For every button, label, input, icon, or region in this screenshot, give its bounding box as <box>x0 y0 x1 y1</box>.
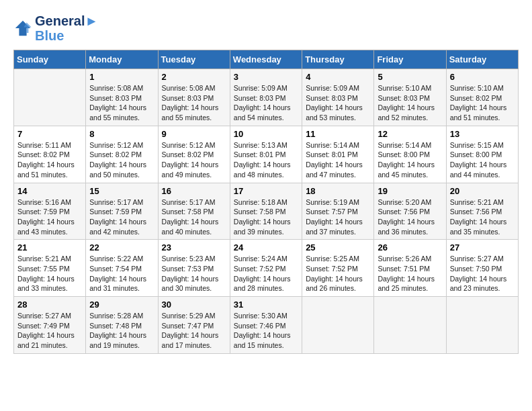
calendar-cell <box>14 69 86 126</box>
day-number: 4 <box>306 72 370 82</box>
calendar-week-row: 7Sunrise: 5:11 AM Sunset: 8:02 PM Daylig… <box>14 126 519 183</box>
day-info: Sunrise: 5:29 AM Sunset: 7:47 PM Dayligh… <box>162 311 226 351</box>
calendar-cell: 24Sunrise: 5:24 AM Sunset: 7:52 PM Dayli… <box>230 240 302 297</box>
day-info: Sunrise: 5:21 AM Sunset: 7:56 PM Dayligh… <box>450 197 515 237</box>
day-info: Sunrise: 5:12 AM Sunset: 8:02 PM Dayligh… <box>89 140 154 180</box>
day-info: Sunrise: 5:30 AM Sunset: 7:46 PM Dayligh… <box>234 311 298 351</box>
day-number: 11 <box>306 129 370 139</box>
day-number: 12 <box>378 129 442 139</box>
day-info: Sunrise: 5:27 AM Sunset: 7:50 PM Dayligh… <box>450 254 515 293</box>
day-number: 22 <box>89 242 154 253</box>
day-number: 13 <box>450 129 515 139</box>
day-number: 2 <box>162 72 226 82</box>
day-number: 14 <box>17 186 82 196</box>
day-number: 9 <box>162 129 226 139</box>
day-number: 26 <box>378 242 442 253</box>
calendar-cell: 2Sunrise: 5:08 AM Sunset: 8:03 PM Daylig… <box>158 69 230 126</box>
day-number: 8 <box>89 129 154 139</box>
day-info: Sunrise: 5:12 AM Sunset: 8:02 PM Dayligh… <box>162 140 226 180</box>
day-info: Sunrise: 5:23 AM Sunset: 7:53 PM Dayligh… <box>162 254 226 293</box>
day-number: 17 <box>234 186 298 196</box>
day-info: Sunrise: 5:17 AM Sunset: 7:58 PM Dayligh… <box>162 197 226 237</box>
calendar-cell: 19Sunrise: 5:20 AM Sunset: 7:56 PM Dayli… <box>374 183 446 240</box>
calendar-cell: 15Sunrise: 5:17 AM Sunset: 7:59 PM Dayli… <box>86 183 158 240</box>
day-info: Sunrise: 5:14 AM Sunset: 8:01 PM Dayligh… <box>306 140 370 180</box>
day-info: Sunrise: 5:27 AM Sunset: 7:49 PM Dayligh… <box>17 311 82 351</box>
day-number: 18 <box>306 186 370 196</box>
day-number: 19 <box>378 186 442 196</box>
calendar-cell: 6Sunrise: 5:10 AM Sunset: 8:02 PM Daylig… <box>446 69 518 126</box>
calendar-cell: 14Sunrise: 5:16 AM Sunset: 7:59 PM Dayli… <box>14 183 86 240</box>
day-info: Sunrise: 5:21 AM Sunset: 7:55 PM Dayligh… <box>17 254 82 293</box>
day-info: Sunrise: 5:09 AM Sunset: 8:03 PM Dayligh… <box>234 83 298 123</box>
day-number: 3 <box>234 72 298 82</box>
calendar-cell: 20Sunrise: 5:21 AM Sunset: 7:56 PM Dayli… <box>446 183 518 240</box>
day-number: 10 <box>234 129 298 139</box>
day-number: 16 <box>162 186 226 196</box>
day-info: Sunrise: 5:25 AM Sunset: 7:52 PM Dayligh… <box>306 254 370 293</box>
calendar-cell: 23Sunrise: 5:23 AM Sunset: 7:53 PM Dayli… <box>158 240 230 297</box>
day-number: 20 <box>450 186 515 196</box>
calendar-week-row: 21Sunrise: 5:21 AM Sunset: 7:55 PM Dayli… <box>14 240 519 297</box>
calendar-cell: 13Sunrise: 5:15 AM Sunset: 8:00 PM Dayli… <box>446 126 518 183</box>
calendar-cell: 30Sunrise: 5:29 AM Sunset: 7:47 PM Dayli… <box>158 297 230 354</box>
calendar-cell: 18Sunrise: 5:19 AM Sunset: 7:57 PM Dayli… <box>302 183 374 240</box>
calendar-cell: 29Sunrise: 5:28 AM Sunset: 7:48 PM Dayli… <box>86 297 158 354</box>
day-number: 15 <box>89 186 154 196</box>
day-info: Sunrise: 5:10 AM Sunset: 8:02 PM Dayligh… <box>450 83 515 123</box>
day-info: Sunrise: 5:26 AM Sunset: 7:51 PM Dayligh… <box>378 254 442 293</box>
day-info: Sunrise: 5:22 AM Sunset: 7:54 PM Dayligh… <box>89 254 154 293</box>
day-number: 6 <box>450 72 515 82</box>
day-number: 30 <box>162 300 226 310</box>
page-header: General► Blue <box>13 13 519 43</box>
calendar-week-row: 1Sunrise: 5:08 AM Sunset: 8:03 PM Daylig… <box>14 69 519 126</box>
day-number: 23 <box>162 242 226 253</box>
calendar-cell: 25Sunrise: 5:25 AM Sunset: 7:52 PM Dayli… <box>302 240 374 297</box>
day-number: 25 <box>306 242 370 253</box>
calendar-cell <box>302 297 374 354</box>
calendar-cell: 12Sunrise: 5:14 AM Sunset: 8:00 PM Dayli… <box>374 126 446 183</box>
day-header-thursday: Thursday <box>302 50 374 69</box>
calendar-cell: 3Sunrise: 5:09 AM Sunset: 8:03 PM Daylig… <box>230 69 302 126</box>
day-number: 7 <box>17 129 82 139</box>
calendar-cell: 22Sunrise: 5:22 AM Sunset: 7:54 PM Dayli… <box>86 240 158 297</box>
day-number: 27 <box>450 242 515 253</box>
calendar-cell: 21Sunrise: 5:21 AM Sunset: 7:55 PM Dayli… <box>14 240 86 297</box>
calendar-cell: 4Sunrise: 5:09 AM Sunset: 8:03 PM Daylig… <box>302 69 374 126</box>
logo: General► Blue <box>13 13 98 43</box>
calendar-cell: 5Sunrise: 5:10 AM Sunset: 8:03 PM Daylig… <box>374 69 446 126</box>
day-info: Sunrise: 5:08 AM Sunset: 8:03 PM Dayligh… <box>89 83 154 123</box>
day-info: Sunrise: 5:20 AM Sunset: 7:56 PM Dayligh… <box>378 197 442 237</box>
day-info: Sunrise: 5:16 AM Sunset: 7:59 PM Dayligh… <box>17 197 82 237</box>
calendar-cell: 28Sunrise: 5:27 AM Sunset: 7:49 PM Dayli… <box>14 297 86 354</box>
calendar-week-row: 28Sunrise: 5:27 AM Sunset: 7:49 PM Dayli… <box>14 297 519 354</box>
day-number: 5 <box>378 72 442 82</box>
day-number: 29 <box>89 300 154 310</box>
day-info: Sunrise: 5:08 AM Sunset: 8:03 PM Dayligh… <box>162 83 226 123</box>
day-info: Sunrise: 5:28 AM Sunset: 7:48 PM Dayligh… <box>89 311 154 351</box>
day-info: Sunrise: 5:13 AM Sunset: 8:01 PM Dayligh… <box>234 140 298 180</box>
day-number: 28 <box>17 300 82 310</box>
calendar-cell <box>374 297 446 354</box>
logo-line2: Blue <box>35 28 98 43</box>
day-info: Sunrise: 5:11 AM Sunset: 8:02 PM Dayligh… <box>17 140 82 180</box>
calendar-cell: 27Sunrise: 5:27 AM Sunset: 7:50 PM Dayli… <box>446 240 518 297</box>
calendar-header-row: SundayMondayTuesdayWednesdayThursdayFrid… <box>14 50 519 69</box>
calendar-cell: 11Sunrise: 5:14 AM Sunset: 8:01 PM Dayli… <box>302 126 374 183</box>
day-header-friday: Friday <box>374 50 446 69</box>
calendar-cell: 16Sunrise: 5:17 AM Sunset: 7:58 PM Dayli… <box>158 183 230 240</box>
day-info: Sunrise: 5:09 AM Sunset: 8:03 PM Dayligh… <box>306 83 370 123</box>
day-header-sunday: Sunday <box>14 50 86 69</box>
day-number: 21 <box>17 242 82 253</box>
logo-icon <box>13 19 32 38</box>
calendar-cell <box>446 297 518 354</box>
calendar-cell: 9Sunrise: 5:12 AM Sunset: 8:02 PM Daylig… <box>158 126 230 183</box>
day-info: Sunrise: 5:19 AM Sunset: 7:57 PM Dayligh… <box>306 197 370 237</box>
calendar-cell: 31Sunrise: 5:30 AM Sunset: 7:46 PM Dayli… <box>230 297 302 354</box>
calendar-cell: 8Sunrise: 5:12 AM Sunset: 8:02 PM Daylig… <box>86 126 158 183</box>
day-info: Sunrise: 5:24 AM Sunset: 7:52 PM Dayligh… <box>234 254 298 293</box>
calendar-cell: 7Sunrise: 5:11 AM Sunset: 8:02 PM Daylig… <box>14 126 86 183</box>
calendar-cell: 17Sunrise: 5:18 AM Sunset: 7:58 PM Dayli… <box>230 183 302 240</box>
day-info: Sunrise: 5:18 AM Sunset: 7:58 PM Dayligh… <box>234 197 298 237</box>
day-number: 31 <box>234 300 298 310</box>
